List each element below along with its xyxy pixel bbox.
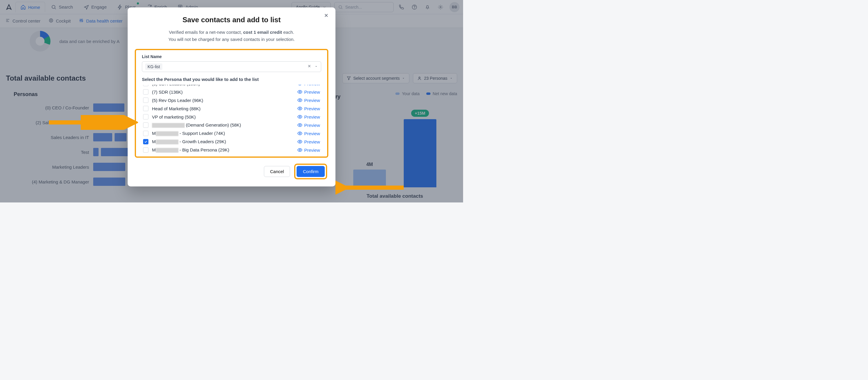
persona-option: (Demand Generation) (58K)Preview: [142, 121, 321, 129]
persona-checkbox[interactable]: [143, 147, 148, 153]
svg-point-19: [299, 100, 301, 101]
persona-option-label: Head of Marketing (88K): [152, 106, 293, 111]
preview-link[interactable]: Preview: [297, 114, 320, 119]
modal-title: Save contacts and add to list: [128, 16, 336, 24]
modal-subtitle: Verified emails for a net-new contact, c…: [128, 29, 336, 43]
persona-checkbox[interactable]: [143, 98, 148, 103]
persona-checkbox[interactable]: [143, 114, 148, 119]
persona-option-label: (Demand Generation) (58K): [152, 123, 293, 128]
svg-point-23: [299, 133, 301, 134]
persona-list: (3) SDR Leaders (103K)Preview(7) SDR (13…: [142, 85, 321, 154]
confirm-highlight: Confirm: [294, 164, 327, 179]
svg-point-22: [299, 125, 301, 126]
preview-link[interactable]: Preview: [297, 147, 320, 153]
persona-option-label: M - Support Leader (74K): [152, 131, 293, 136]
list-name-label: List Name: [142, 54, 321, 59]
close-icon[interactable]: [323, 13, 329, 20]
preview-link[interactable]: Preview: [297, 98, 320, 103]
save-contacts-modal: Save contacts and add to list Verified e…: [128, 7, 336, 186]
confirm-button[interactable]: Confirm: [297, 166, 325, 177]
persona-checkbox[interactable]: [143, 123, 148, 128]
persona-checkbox[interactable]: [143, 85, 148, 86]
annotation-arrow-right: [336, 180, 407, 195]
persona-prompt: Select the Persona that you would like t…: [142, 77, 321, 82]
persona-option: M - Growth Leaders (29K)Preview: [142, 138, 321, 146]
persona-option-label: M - Growth Leaders (29K): [152, 139, 293, 144]
preview-link[interactable]: Preview: [297, 85, 320, 86]
persona-option: (7) SDR (136K)Preview: [142, 88, 321, 96]
modal-body-highlight: List Name KG-list Select the Persona tha…: [135, 49, 328, 158]
persona-option-label: (7) SDR (136K): [152, 90, 293, 95]
preview-link[interactable]: Preview: [297, 106, 320, 111]
preview-link[interactable]: Preview: [297, 139, 320, 144]
svg-point-21: [299, 116, 301, 118]
chevron-down-icon[interactable]: [314, 64, 318, 69]
persona-option: M - Support Leader (74K)Preview: [142, 129, 321, 138]
preview-link[interactable]: Preview: [297, 89, 320, 95]
preview-link[interactable]: Preview: [297, 123, 320, 128]
list-name-input[interactable]: KG-list: [142, 61, 321, 72]
annotation-arrow-left: [49, 115, 138, 130]
persona-option: VP of marketing (50K)Preview: [142, 113, 321, 121]
persona-checkbox[interactable]: [143, 89, 148, 95]
persona-option-label: VP of marketing (50K): [152, 114, 293, 119]
preview-link[interactable]: Preview: [297, 131, 320, 136]
persona-option: Head of Marketing (88K)Preview: [142, 104, 321, 113]
svg-point-24: [299, 141, 301, 143]
svg-point-18: [299, 91, 301, 93]
persona-option-label: M - Big Data Persona (29K): [152, 147, 293, 153]
persona-option: (5) Rev Ops Leader (96K)Preview: [142, 96, 321, 104]
persona-checkbox[interactable]: [143, 106, 148, 111]
svg-point-25: [299, 149, 301, 151]
persona-option-label: (5) Rev Ops Leader (96K): [152, 98, 293, 103]
cancel-button[interactable]: Cancel: [264, 166, 290, 177]
clear-icon[interactable]: [307, 64, 311, 69]
persona-checkbox[interactable]: [143, 131, 148, 136]
persona-option: M - Big Data Persona (29K)Preview: [142, 146, 321, 154]
persona-checkbox[interactable]: [143, 139, 148, 144]
svg-point-20: [299, 108, 301, 109]
list-chip[interactable]: KG-list: [145, 63, 162, 70]
